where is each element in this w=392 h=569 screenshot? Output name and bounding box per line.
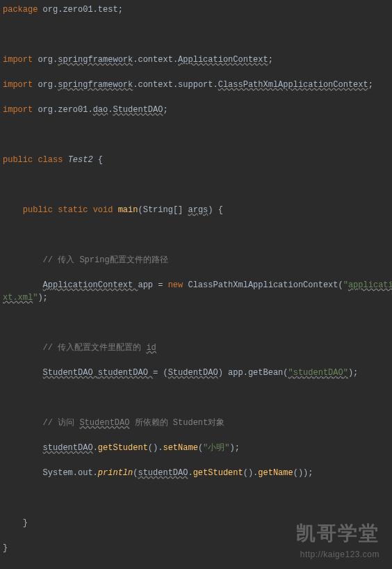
text: org.zero01. xyxy=(38,105,92,115)
method-call: getName xyxy=(258,468,293,478)
keyword-public: public xyxy=(3,155,38,165)
blank-line xyxy=(3,91,389,104)
keyword-new: new xyxy=(168,280,188,290)
blank-line xyxy=(3,316,389,329)
semicolon: ; xyxy=(163,105,168,115)
blank-line xyxy=(3,429,389,442)
blank-line xyxy=(3,241,389,254)
semicolon: ; xyxy=(368,80,373,90)
string-literal: xt.xml xyxy=(3,293,33,303)
ctor: ClassPathXmlApplicationContext( xyxy=(188,280,343,290)
text-underlined: springframework xyxy=(58,55,133,65)
blank-line xyxy=(3,191,389,204)
blank-line xyxy=(3,354,389,367)
string-literal: applicationConte xyxy=(348,280,392,290)
call: ) app.getBean( xyxy=(218,368,288,378)
indent xyxy=(3,468,43,478)
dot: . xyxy=(93,443,98,453)
class-ref: ApplicationContext xyxy=(178,55,268,65)
blank-line xyxy=(3,66,389,79)
text: .context.support. xyxy=(133,80,218,90)
indent xyxy=(3,343,43,353)
blank-line xyxy=(3,179,389,191)
paren: ( xyxy=(198,443,203,453)
class-ref: ClassPathXmlApplicationContext xyxy=(218,80,368,90)
watermark: 凯哥学堂 http://kaige123.com xyxy=(296,519,379,561)
blank-line xyxy=(3,229,389,241)
code-line: // 访问 StudentDAO 所依赖的 Student对象 xyxy=(3,417,389,429)
method-name: main xyxy=(118,205,138,215)
code-line: xt.xml"); xyxy=(3,291,389,304)
string-literal: "小明" xyxy=(203,443,229,453)
keyword-void: void xyxy=(93,205,118,215)
method-call: getStudent xyxy=(193,468,243,478)
indent xyxy=(3,255,43,265)
keyword-package: package xyxy=(3,5,43,15)
code-line: studentDAO.getStudent().setName("小明"); xyxy=(3,442,389,454)
watermark-title: 凯哥学堂 xyxy=(296,519,379,548)
keyword-import: import xyxy=(3,105,38,115)
text: org. xyxy=(38,55,58,65)
text: .context. xyxy=(133,55,178,65)
keyword-class: class xyxy=(38,155,67,165)
cast-type: StudentDAO xyxy=(168,368,218,378)
var: studentDAO xyxy=(138,468,188,478)
keyword-static: static xyxy=(58,205,92,215)
indent xyxy=(3,368,43,378)
text: (). xyxy=(148,443,163,453)
type: ApplicationContext xyxy=(43,280,138,290)
param-args: args xyxy=(188,205,209,215)
code-line: public static void main(String[] args) { xyxy=(3,204,389,216)
watermark-url: http://kaige123.com xyxy=(296,548,379,561)
package-name: org.zero01.test; xyxy=(43,5,123,15)
blank-line xyxy=(3,479,389,492)
code-line: import org.springframework.context.Appli… xyxy=(3,54,389,66)
code-line: import org.zero01.dao.StudentDAO; xyxy=(3,104,389,116)
var: studentDAO xyxy=(98,368,153,378)
blank-line xyxy=(3,454,389,467)
type: StudentDAO xyxy=(43,368,98,378)
blank-line xyxy=(3,379,389,392)
text: org. xyxy=(38,80,58,90)
eq: = ( xyxy=(153,368,168,378)
blank-line xyxy=(3,266,389,279)
blank-line xyxy=(3,166,389,179)
blank-line xyxy=(3,16,389,29)
blank-line xyxy=(3,29,389,41)
comment: // 传入配置文件里配置的 xyxy=(43,343,147,353)
indent xyxy=(3,518,23,528)
indent xyxy=(3,280,43,290)
code-line: package org.zero01.test; xyxy=(3,3,389,16)
blank-line xyxy=(3,492,389,504)
code-line: ApplicationContext app = new ClassPathXm… xyxy=(3,279,389,291)
brace: } xyxy=(23,518,28,528)
blank-line xyxy=(3,392,389,404)
end: ()); xyxy=(293,468,313,478)
indent xyxy=(3,205,23,215)
method-call: println xyxy=(98,468,133,478)
blank-line xyxy=(3,129,389,141)
keyword-public: public xyxy=(23,205,58,215)
text: (). xyxy=(243,468,259,478)
code-editor: package org.zero01.test; import org.spri… xyxy=(0,0,392,558)
code-line: import org.springframework.context.suppo… xyxy=(3,79,389,91)
keyword-import: import xyxy=(3,80,38,90)
brace: { xyxy=(98,155,103,165)
end: ); xyxy=(38,293,47,303)
method-call: getStudent xyxy=(98,443,148,453)
var: studentDAO xyxy=(43,443,93,453)
text-underlined: springframework xyxy=(58,80,133,90)
class-name: Test2 xyxy=(68,155,98,165)
comment: // 传入 Spring配置文件的路径 xyxy=(43,255,168,265)
string-quote: " xyxy=(343,280,348,290)
blank-line xyxy=(3,141,389,154)
blank-line xyxy=(3,504,389,517)
blank-line xyxy=(3,404,389,417)
code-line: System.out.println(studentDAO.getStudent… xyxy=(3,467,389,479)
code-line: // 传入 Spring配置文件的路径 xyxy=(3,254,389,266)
brace: ) { xyxy=(208,205,223,215)
code-line: StudentDAO studentDAO = (StudentDAO) app… xyxy=(3,367,389,379)
string-literal: "studentDAO" xyxy=(288,368,348,378)
brace: } xyxy=(3,543,8,553)
dot: . xyxy=(188,468,193,478)
